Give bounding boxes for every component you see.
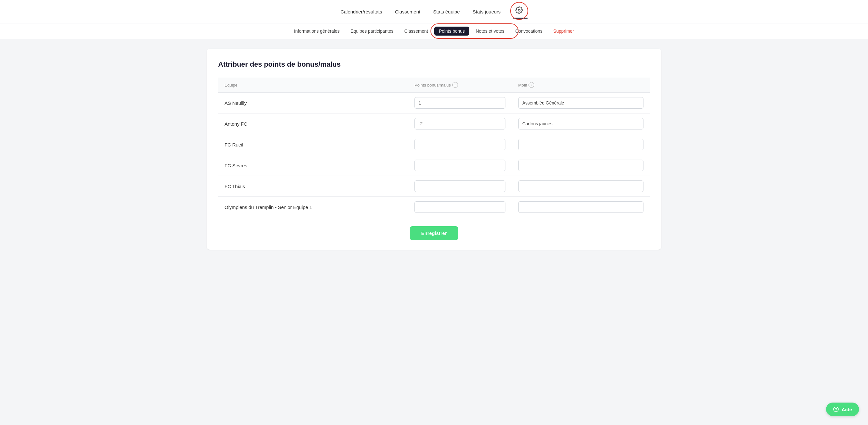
table-row: FC Sèvres (218, 155, 650, 176)
motif-input-3[interactable] (518, 160, 644, 171)
team-name-0: AS Neuilly (218, 93, 408, 113)
table-row: Olympiens du Tremplin - Senior Equipe 1 (218, 197, 650, 218)
gear-button[interactable] (514, 4, 525, 17)
motif-cell-4[interactable] (512, 176, 650, 197)
main-content: Attribuer des points de bonus/malus Equi… (197, 49, 671, 250)
subnav-points-bonus[interactable]: Points bonus (434, 27, 469, 35)
motif-cell-2[interactable] (512, 134, 650, 155)
team-name-1: Antony FC (218, 113, 408, 134)
table-row: AS Neuilly (218, 93, 650, 113)
table-row: FC Rueil (218, 134, 650, 155)
th-equipe: Equipe (218, 78, 408, 93)
info-icon-points: i (452, 82, 458, 88)
nav-classement[interactable]: Classement (395, 9, 420, 15)
subnav-convocations[interactable]: Convocations (511, 27, 547, 35)
motif-cell-1[interactable] (512, 113, 650, 134)
info-icon-motif: i (528, 82, 534, 88)
subnav-supprimer[interactable]: Supprimer (549, 27, 579, 35)
team-name-4: FC Thiais (218, 176, 408, 197)
sub-nav-highlight-group: Points bonus Notes et votes (434, 27, 508, 35)
bonus-table: Equipe Points bonus/malus i Motif i (218, 78, 650, 217)
gear-underline (514, 18, 528, 19)
points-cell-1[interactable] (408, 113, 512, 134)
motif-input-2[interactable] (518, 139, 644, 150)
points-cell-0[interactable] (408, 93, 512, 113)
points-input-2[interactable] (414, 139, 505, 150)
bonus-card: Attribuer des points de bonus/malus Equi… (207, 49, 661, 250)
subnav-classement[interactable]: Classement (400, 27, 432, 35)
sub-nav: Informations générales Equipes participa… (0, 23, 868, 39)
th-motif: Motif i (512, 78, 650, 93)
th-points: Points bonus/malus i (408, 78, 512, 93)
gear-icon (515, 6, 523, 14)
table-row: Antony FC (218, 113, 650, 134)
points-input-1[interactable] (414, 118, 505, 130)
motif-cell-5[interactable] (512, 197, 650, 218)
points-cell-5[interactable] (408, 197, 512, 218)
page-title: Attribuer des points de bonus/malus (218, 60, 650, 68)
motif-cell-0[interactable] (512, 93, 650, 113)
subnav-informations[interactable]: Informations générales (289, 27, 344, 35)
points-input-5[interactable] (414, 201, 505, 213)
team-name-2: FC Rueil (218, 134, 408, 155)
nav-calendrier[interactable]: Calendrier/résultats (340, 9, 382, 15)
save-button[interactable]: Enregistrer (410, 226, 458, 240)
table-header-row: Equipe Points bonus/malus i Motif i (218, 78, 650, 93)
motif-input-1[interactable] (518, 118, 644, 130)
points-input-0[interactable] (414, 97, 505, 109)
motif-cell-3[interactable] (512, 155, 650, 176)
team-name-5: Olympiens du Tremplin - Senior Equipe 1 (218, 197, 408, 218)
nav-stats-equipe[interactable]: Stats équipe (433, 9, 460, 15)
motif-input-5[interactable] (518, 201, 644, 213)
subnav-equipes[interactable]: Equipes participantes (346, 27, 398, 35)
points-cell-4[interactable] (408, 176, 512, 197)
motif-input-4[interactable] (518, 180, 644, 192)
points-cell-2[interactable] (408, 134, 512, 155)
top-nav: Calendrier/résultats Classement Stats éq… (0, 0, 868, 23)
svg-point-0 (518, 9, 520, 11)
nav-stats-joueurs[interactable]: Stats joueurs (473, 9, 501, 15)
points-cell-3[interactable] (408, 155, 512, 176)
table-row: FC Thiais (218, 176, 650, 197)
subnav-notes-votes[interactable]: Notes et votes (471, 27, 509, 35)
points-input-3[interactable] (414, 160, 505, 171)
team-name-3: FC Sèvres (218, 155, 408, 176)
motif-input-0[interactable] (518, 97, 644, 109)
points-input-4[interactable] (414, 180, 505, 192)
